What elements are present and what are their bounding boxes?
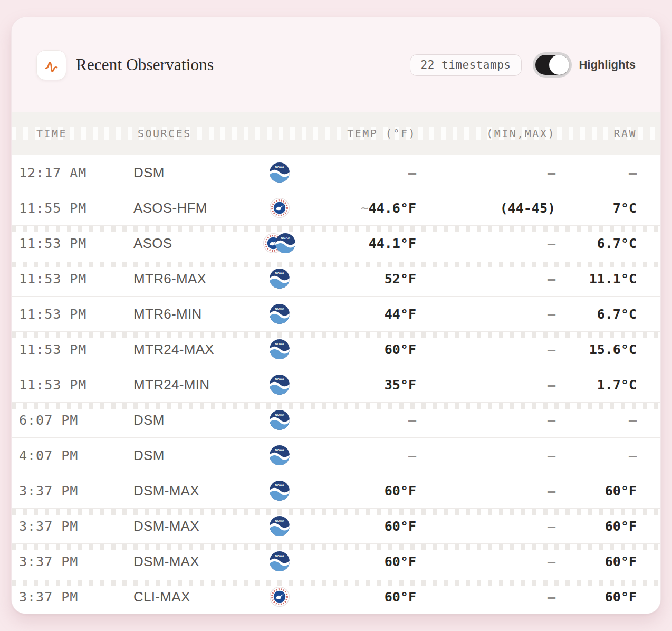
cell-source: MTR24-MIN xyxy=(125,377,244,393)
cell-source-icons: NOAA xyxy=(244,445,315,465)
table-body: 12:17 AM DSM NOAA – – – 11:55 PM ASOS-HF… xyxy=(12,155,660,614)
cell-time: 3:37 PM xyxy=(12,483,125,499)
cell-temp: 60°F xyxy=(315,554,423,569)
noaa-logo-icon: NOAA xyxy=(270,551,290,571)
pulse-icon-box xyxy=(36,50,66,80)
cell-minmax: – xyxy=(423,377,563,393)
cell-temp: 35°F xyxy=(315,377,423,393)
cell-source-icons: NOAA xyxy=(244,304,315,324)
cell-source: ASOS-HFM xyxy=(125,200,244,216)
cell-raw: 11.1°C xyxy=(563,271,661,286)
cell-raw: 1.7°C xyxy=(563,377,661,393)
cell-source: MTR6-MAX xyxy=(125,271,244,287)
nws-logo-icon xyxy=(270,587,290,607)
cell-time: 11:53 PM xyxy=(12,236,125,251)
cell-temp: 60°F xyxy=(315,483,423,499)
cell-temp: – xyxy=(315,165,423,180)
table-row: 11:53 PM MTR24-MAX NOAA 60°F – 15.6°C xyxy=(12,331,660,367)
toggle-knob xyxy=(549,55,569,75)
cell-minmax: – xyxy=(423,307,563,322)
cell-source-icons: NOAA xyxy=(244,551,315,571)
approx-tilde: ~ xyxy=(361,200,369,216)
column-header-time: TIME xyxy=(12,127,125,140)
cell-temp: 44°F xyxy=(315,307,423,322)
table-row: 11:53 PM MTR6-MIN NOAA 44°F – 6.7°C xyxy=(12,296,660,331)
svg-text:NOAA: NOAA xyxy=(275,272,284,275)
svg-text:NOAA: NOAA xyxy=(275,342,284,346)
cell-source-icons: NOAA xyxy=(244,516,315,536)
cell-minmax: – xyxy=(423,342,563,357)
cell-minmax: – xyxy=(423,236,563,251)
svg-text:NOAA: NOAA xyxy=(275,484,284,487)
cell-temp: ~44.6°F xyxy=(315,200,423,216)
highlights-toggle-label: Highlights xyxy=(579,58,636,72)
cell-source: DSM xyxy=(125,165,244,181)
svg-text:NOAA: NOAA xyxy=(275,166,284,169)
cell-temp: 44.1°F xyxy=(315,236,423,251)
svg-text:NOAA: NOAA xyxy=(275,554,284,558)
noaa-logo-icon: NOAA xyxy=(270,162,290,183)
cell-time: 4:07 PM xyxy=(12,448,125,463)
cell-raw: – xyxy=(563,413,661,428)
cell-time: 11:53 PM xyxy=(12,271,125,286)
noaa-logo-icon: NOAA xyxy=(270,410,290,430)
column-header-minmax: (MIN,MAX) xyxy=(423,127,563,140)
table-row: 3:37 PM CLI-MAX 60°F – 60°F xyxy=(12,579,660,614)
cell-minmax: – xyxy=(423,483,563,499)
cell-time: 3:37 PM xyxy=(12,589,125,605)
table-row: 11:53 PM ASOS NOAA 44.1°F – 6.7°C xyxy=(12,225,660,261)
cell-raw: – xyxy=(563,448,661,463)
noaa-logo-icon: NOAA xyxy=(270,304,290,324)
cell-source: DSM-MAX xyxy=(125,483,244,499)
cell-time: 11:55 PM xyxy=(12,200,125,216)
table-row: 4:07 PM DSM NOAA – – – xyxy=(12,437,660,473)
column-header-raw: RAW xyxy=(563,127,661,140)
svg-text:NOAA: NOAA xyxy=(275,413,284,416)
timestamps-count-badge: 22 timestamps xyxy=(410,54,522,76)
activity-pulse-icon xyxy=(43,56,61,74)
cell-source-icons: NOAA xyxy=(244,339,315,359)
cell-source-icons xyxy=(244,198,315,218)
svg-text:NOAA: NOAA xyxy=(275,448,284,452)
page-title: Recent Observations xyxy=(76,55,214,74)
highlights-toggle[interactable] xyxy=(533,52,572,78)
cell-time: 11:53 PM xyxy=(12,377,125,393)
cell-temp: 60°F xyxy=(315,519,423,534)
cell-raw: 6.7°C xyxy=(563,307,661,322)
cell-minmax: – xyxy=(423,554,563,569)
cell-temp: – xyxy=(315,448,423,463)
cell-minmax: – xyxy=(423,448,563,463)
cell-source: DSM xyxy=(125,447,244,464)
cell-time: 3:37 PM xyxy=(12,519,125,534)
cell-time: 12:17 AM xyxy=(12,165,125,180)
table-row: 11:53 PM MTR24-MIN NOAA 35°F – 1.7°C xyxy=(12,367,660,402)
cell-source-icons: NOAA xyxy=(244,410,315,430)
table-row: 6:07 PM DSM NOAA – – – xyxy=(12,402,660,437)
noaa-logo-icon: NOAA xyxy=(270,269,290,289)
cell-source: DSM-MAX xyxy=(125,553,244,570)
cell-time: 3:37 PM xyxy=(12,554,125,569)
svg-text:NOAA: NOAA xyxy=(275,519,284,522)
column-header-sources: SOURCES xyxy=(125,127,244,140)
table-row: 11:55 PM ASOS-HFM ~44.6°F (44-45) 7°C xyxy=(12,190,660,225)
cell-time: 11:53 PM xyxy=(12,342,125,357)
page-background: Recent Observations 22 timestamps Highli… xyxy=(0,0,672,631)
svg-text:NOAA: NOAA xyxy=(275,307,284,310)
cell-temp: 60°F xyxy=(315,342,423,357)
cell-raw: 60°F xyxy=(563,519,661,534)
cell-source-icons: NOAA xyxy=(244,233,315,253)
table-header-row: TIME SOURCES TEMP (°F) (MIN,MAX) RAW xyxy=(12,112,660,155)
cell-source: MTR24-MAX xyxy=(125,341,244,358)
cell-minmax: (44-45) xyxy=(423,200,563,216)
cell-raw: 15.6°C xyxy=(563,342,661,357)
cell-raw: 60°F xyxy=(563,589,661,605)
cell-minmax: – xyxy=(423,165,563,180)
noaa-logo-icon: NOAA xyxy=(270,481,290,501)
cell-source-icons xyxy=(244,587,315,607)
cell-raw: 6.7°C xyxy=(563,236,661,251)
noaa-logo-icon: NOAA xyxy=(270,516,290,536)
cell-raw: – xyxy=(563,165,661,180)
cell-minmax: – xyxy=(423,519,563,534)
cell-raw: 60°F xyxy=(563,483,661,499)
cell-source-icons: NOAA xyxy=(244,162,315,183)
